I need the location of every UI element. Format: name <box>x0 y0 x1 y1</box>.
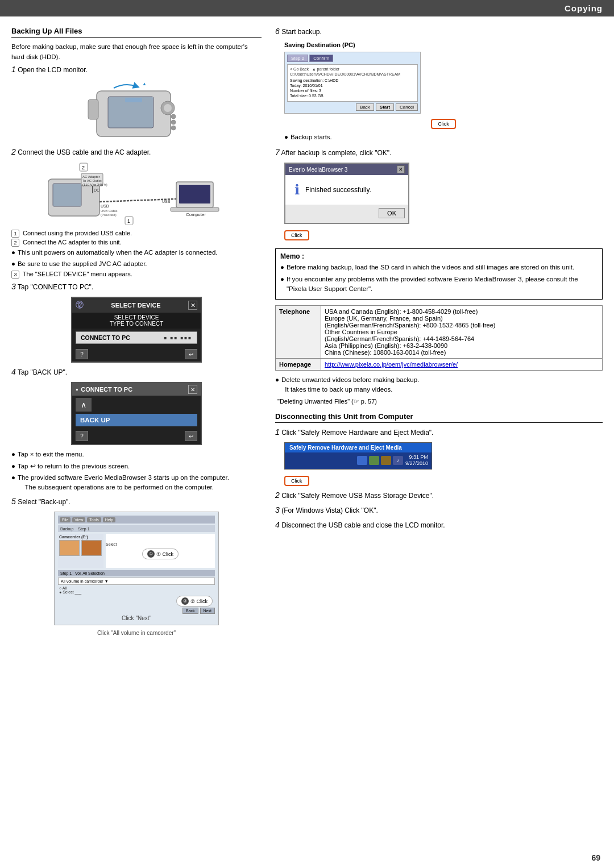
saving-content: < Go Back ▲ parent folder C:\Users\User\… <box>287 64 418 102</box>
extra-note-2: "Deleting Unwanted Files" (☞ p. 57) <box>277 397 603 406</box>
ss-bottom-btns: Back Next <box>58 608 215 614</box>
section-title-backup: Backing Up All Files <box>11 27 262 38</box>
svg-rect-11 <box>53 184 81 206</box>
dis-step-2-text: Click "Safely Remove USB Mass Storage De… <box>281 492 434 500</box>
memo-box: Memo : ● Before making backup, load the … <box>275 248 603 300</box>
connect-to-pc-button[interactable]: CONNECT TO PC ■ ■■ ■■■ <box>76 331 197 344</box>
camera-svg: ▲ <box>80 80 193 142</box>
svg-point-7 <box>171 114 176 119</box>
connect-screen: ▪ CONNECT TO PC ✕ ∧ BACK UP ? ↩ <box>71 382 202 445</box>
saving-dest-label: Saving Destination (PC) <box>284 41 603 48</box>
dialog-close-button[interactable]: ✕ <box>397 165 405 173</box>
saving-btns: Back Start Cancel <box>287 103 418 111</box>
connect-close-button[interactable]: ✕ <box>188 385 197 394</box>
usb-ac-diagram: 2 AC Adapter To AC Outlet (110 V to 240 … <box>11 162 262 226</box>
dialog-titlebar: Everio MediaBrowser 3 ✕ <box>285 164 408 175</box>
ss-btn-2: View <box>72 517 85 522</box>
numbered-note-3: 3 The "SELECT DEVICE" menu appears. <box>11 271 262 279</box>
device-dots: ■ ■■ ■■■ <box>164 335 192 340</box>
table-row-telephone: Telephone USA and Canada (English): +1-8… <box>276 306 603 359</box>
disconnect-step-3: 3 (For Windows Vista) Click "OK". <box>275 505 603 514</box>
homepage-link[interactable]: http://www.pixela.co.jp/oem/jvc/mediabro… <box>325 361 458 368</box>
back-button[interactable]: ↩ <box>185 349 197 359</box>
step7-click-label[interactable]: Click <box>284 230 309 240</box>
disconnect-step-4: 4 Disconnect the USB cable and close the… <box>275 520 603 529</box>
camera-image-step1: ▲ <box>11 80 262 144</box>
dialog-area: Everio MediaBrowser 3 ✕ ℹ Finished succe… <box>284 163 603 240</box>
step-2-text: Connect the USB cable and the AC adapter… <box>18 148 151 156</box>
disconnect-step-1: 1 Click "Safely Remove Hardware and Ejec… <box>275 427 603 437</box>
ss-btn-4: Help <box>103 517 115 522</box>
svg-text:USB: USB <box>162 200 171 203</box>
dis-step-1-text: Click "Safely Remove Hardware and Eject … <box>281 429 433 437</box>
step-2-num: 2 <box>11 147 16 156</box>
svg-rect-5 <box>125 98 142 102</box>
left-column: Backing Up All Files Before making backu… <box>11 27 262 636</box>
ss-step-row: Step 1 Vol. All Selection <box>58 570 215 576</box>
svg-point-9 <box>171 126 176 130</box>
connect-footer: ? ↩ <box>72 429 201 444</box>
backup-starts-note: ● Backup starts. <box>284 132 603 142</box>
step6-click-label[interactable]: Click <box>431 119 456 129</box>
taskbar-icon-3 <box>381 456 391 465</box>
usb-diagram-svg: 2 AC Adapter To AC Outlet (110 V to 240 … <box>48 162 225 225</box>
step-3-num: 3 <box>11 282 16 291</box>
ss-back-btn[interactable]: Back <box>182 608 198 614</box>
cancel-btn[interactable]: Cancel <box>396 103 418 111</box>
badge-3: 3 <box>11 271 19 279</box>
svg-text:DC: DC <box>94 188 99 192</box>
svg-point-8 <box>171 120 176 124</box>
svg-text:USB: USB <box>101 204 109 208</box>
svg-text:▲: ▲ <box>142 81 147 86</box>
select-device-screen: ⑫ SELECT DEVICE ✕ SELECT DEVICETYPE TO C… <box>71 297 202 363</box>
taskbar-tooltip: Safely Remove Hardware and Eject Media <box>285 443 432 452</box>
start-btn[interactable]: Start <box>376 103 394 111</box>
svg-rect-22 <box>171 207 219 211</box>
step-4-num: 4 <box>11 367 16 376</box>
step-7-num: 7 <box>275 148 280 157</box>
disconnect-click-label[interactable]: Click <box>284 476 309 486</box>
page-header: Copying <box>0 0 614 16</box>
svg-text:2: 2 <box>82 165 85 171</box>
click-allvol-caption: Click "All volume in camcorder" <box>11 630 262 636</box>
dis-step-4-num: 4 <box>275 520 280 529</box>
disconnect-step-2: 2 Click "Safely Remove USB Mass Storage … <box>275 491 603 500</box>
saving-box: Step 2 Confirm < Go Back ▲ parent folder… <box>284 52 421 114</box>
bullet-note-1: ● This unit powers on automatically when… <box>11 248 262 258</box>
device-icon: ⑫ <box>76 300 84 310</box>
taskbar-icon-1 <box>357 456 367 465</box>
confirm-tab[interactable]: Confirm <box>309 55 333 62</box>
saving-destination-area: Saving Destination (PC) Step 2 Confirm <… <box>284 41 603 142</box>
svg-text:(Provided): (Provided) <box>101 213 117 217</box>
svg-text:USB Cable: USB Cable <box>101 209 118 213</box>
taskbar-time: 9:31 PM 9/27/2010 <box>405 454 428 467</box>
device-close-button[interactable]: ✕ <box>188 301 197 310</box>
ok-button[interactable]: OK <box>379 208 405 218</box>
device-screen-header: ⑫ SELECT DEVICE ✕ <box>72 298 201 313</box>
dis-step-3-num: 3 <box>275 505 280 514</box>
step-4: 4 Tap "BACK UP". <box>11 367 262 376</box>
connect-title: CONNECT TO PC <box>81 386 188 393</box>
disconnect-section: Disconnecting this Unit from Computer 1 … <box>275 412 603 529</box>
back-btn[interactable]: Back <box>356 103 374 111</box>
step-3: 3 Tap "CONNECT TO PC". <box>11 282 262 291</box>
step2-tab[interactable]: Step 2 <box>287 55 308 62</box>
dialog-body: ℹ Finished successfully. <box>285 175 408 205</box>
memo-title: Memo : <box>280 252 598 260</box>
dialog-message: Finished successfully. <box>305 186 371 194</box>
step-1: 1 Open the LCD monitor. <box>11 65 262 74</box>
svg-rect-2 <box>88 99 98 119</box>
intro-text: Before making backup, make sure that eno… <box>11 42 262 63</box>
up-arrow-button[interactable]: ∧ <box>76 398 92 412</box>
connect-back-button[interactable]: ↩ <box>185 431 197 441</box>
taskbar-area: Safely Remove Hardware and Eject Media ♪… <box>284 442 603 486</box>
numbered-note-1: 1 Connect using the provided USB cable. <box>11 230 262 238</box>
step-3-text: Tap "CONNECT TO PC". <box>18 283 93 291</box>
ss-next-btn[interactable]: Next <box>200 608 215 614</box>
ss-thumb2 <box>81 540 102 556</box>
help-button[interactable]: ? <box>76 349 88 359</box>
connect-help-button[interactable]: ? <box>76 431 88 441</box>
backup-button[interactable]: BACK UP <box>76 414 197 426</box>
connect-icon: ▪ <box>76 385 78 393</box>
dialog-title: Everio MediaBrowser 3 <box>289 167 347 173</box>
